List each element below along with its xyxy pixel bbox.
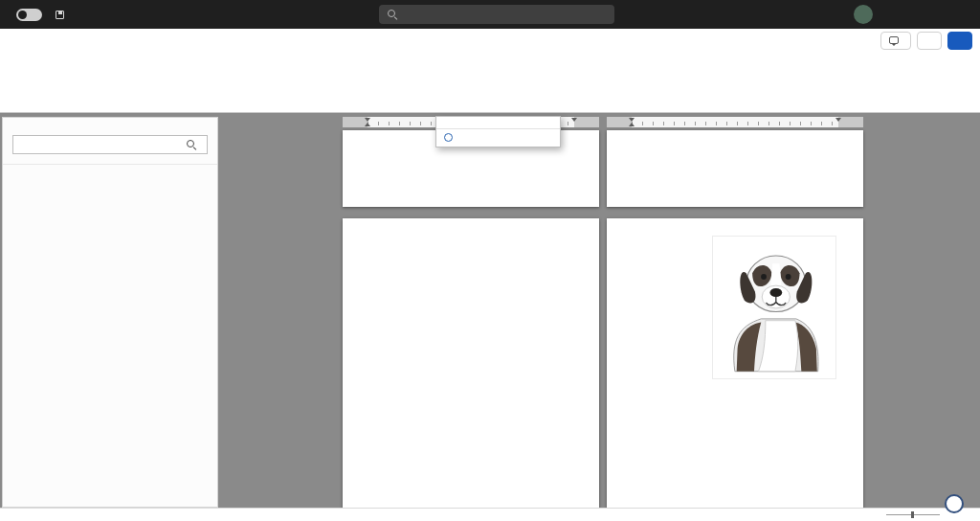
nav-search-input[interactable] [19, 140, 182, 150]
help-icon [444, 133, 453, 142]
zoom-slider[interactable] [886, 514, 940, 515]
share-button[interactable] [947, 32, 972, 50]
search-icon [388, 10, 397, 19]
nav-body [3, 165, 217, 188]
ribbon-tab-bar [0, 29, 980, 52]
indent-marker[interactable] [365, 118, 370, 122]
bookmark-tooltip [435, 116, 561, 147]
nav-tabs [3, 154, 217, 165]
word-window [0, 0, 980, 521]
save-button[interactable] [56, 11, 64, 19]
indent-marker[interactable] [365, 123, 370, 126]
page-4[interactable] [607, 218, 863, 508]
autosave-toggle[interactable] [16, 9, 42, 21]
indent-marker[interactable] [571, 118, 577, 122]
titlebar [0, 0, 980, 29]
save-icon [56, 11, 64, 19]
nav-search-box[interactable] [12, 135, 208, 154]
statusbar [0, 508, 980, 521]
restore-button[interactable] [915, 0, 947, 29]
tell-me-more-link[interactable] [444, 133, 552, 142]
ruler-ticks [632, 122, 838, 125]
avatar[interactable] [854, 5, 873, 24]
page-3[interactable] [343, 218, 599, 508]
editing-button[interactable] [917, 32, 942, 50]
indent-marker[interactable] [629, 123, 635, 126]
search-icon [187, 140, 196, 149]
navigation-pane [2, 117, 218, 508]
divider [436, 128, 560, 129]
annotation-badge-3 [945, 494, 964, 513]
dog-image[interactable] [712, 236, 836, 379]
comment-icon [889, 36, 899, 44]
search-input[interactable] [404, 10, 606, 20]
search-bar[interactable] [379, 5, 614, 24]
comments-button[interactable] [880, 32, 911, 50]
zoom-slider-thumb[interactable] [911, 511, 914, 518]
indent-marker[interactable] [629, 118, 635, 122]
indent-marker[interactable] [835, 118, 841, 122]
ribbon [0, 52, 980, 113]
minimize-button[interactable] [882, 0, 915, 29]
ruler-page-right[interactable] [607, 117, 863, 127]
page-previous-bottom[interactable] [607, 130, 863, 207]
close-button[interactable] [947, 0, 980, 29]
